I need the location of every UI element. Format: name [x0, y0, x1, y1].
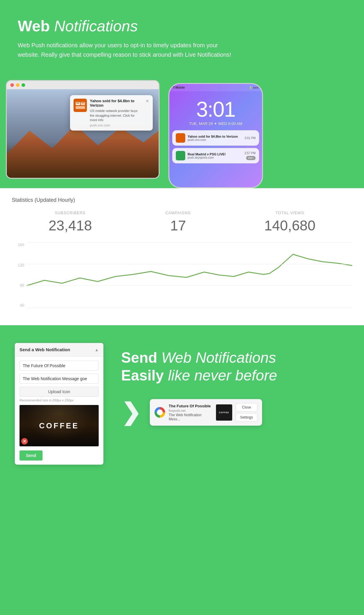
stat-total-views-value: 140,680: [264, 217, 316, 234]
cta-heading-like-never: like never before: [168, 367, 277, 384]
cta-heading-web-notifications: Web Notifications: [161, 349, 276, 366]
stat-campaigns-label: CAMPAIGNS: [165, 211, 191, 215]
mac-notif-content: Yahoo sold for $4.8bn to Verizon US mobi…: [90, 99, 143, 127]
phone-notif-time-1: 3:01 PM: [245, 136, 256, 140]
phone-notif-icon-2: [176, 151, 185, 160]
chrome-icon: [155, 407, 165, 418]
phone-notif-title-2: Real Madrid v PSG LIVE!: [188, 152, 242, 156]
stats-title: Statistics (Updated Hourly): [12, 197, 352, 203]
upload-icon-button[interactable]: Upload Icon: [20, 387, 99, 397]
phone-screen: T-Mobile 🔋 64% 3:01 TUE, MAR 29 ✦ WED 8:…: [169, 84, 262, 187]
chart-container: 160 120 80 40: [12, 243, 352, 316]
image-preview: COFFEE ✕: [20, 405, 99, 446]
notif-preview-thumbnail: COFFEE: [216, 404, 232, 421]
hero-description: Web Push notifications allow your users …: [18, 40, 239, 59]
notif-preview-domain: foxpush.net: [169, 409, 212, 412]
notif-preview-actions: Close Settings: [236, 403, 257, 422]
chart-label-80: 80: [12, 283, 27, 287]
svg-rect-2: [76, 102, 79, 103]
stat-campaigns-value: 17: [165, 217, 191, 234]
notif-message-input[interactable]: [20, 374, 99, 384]
chart-svg: [27, 243, 352, 308]
mac-titlebar: [7, 81, 159, 89]
phone-clock: 3:01: [169, 99, 262, 120]
stat-subscribers-value: 23,418: [48, 217, 92, 234]
notification-preview-card: The Future Of Possible foxpush.net The W…: [150, 399, 262, 426]
mac-screen: Yahoo sold for $4.8bn to Verizon US mobi…: [7, 89, 159, 178]
phone-notif-text-2: Real Madrid v PSG LIVE! push.skysports.c…: [188, 152, 242, 159]
phone-date: TUE, MAR 29 ✦ WED 8:00 AM: [169, 121, 262, 126]
svg-rect-5: [81, 102, 84, 103]
svg-rect-3: [76, 103, 79, 104]
cta-heading-easily: Easily: [121, 367, 164, 384]
notif-form-title: Send a Web Notification: [20, 347, 70, 352]
stat-subscribers-label: SUBSCRIBERS: [48, 211, 92, 215]
mac-mockup: Yahoo sold for $4.8bn to Verizon US mobi…: [6, 80, 160, 179]
stats-section: Statistics (Updated Hourly) SUBSCRIBERS …: [0, 188, 364, 325]
cta-heading-send: Send: [121, 349, 157, 366]
chart-gridline-40: [27, 308, 352, 308]
hero-title: Web Notifications: [18, 18, 346, 35]
mac-notif-close[interactable]: ✕: [146, 99, 149, 103]
phone-mockup: T-Mobile 🔋 64% 3:01 TUE, MAR 29 ✦ WED 8:…: [168, 83, 263, 188]
notif-form-header: Send a Web Notification ▲: [15, 343, 103, 357]
arrow-row: ❯ The Future Of Possible foxpush.net The…: [121, 399, 349, 426]
mac-notif-url: push.cnn.com: [90, 123, 143, 127]
phone-notif-icon-1: [176, 133, 185, 143]
chart-label-40: 40: [12, 303, 27, 308]
phone-status-icons: 🔋 64%: [249, 86, 259, 89]
phone-notif-badge-2: 999+: [246, 156, 256, 160]
notification-form-card: Send a Web Notification ▲ Upload Icon Re…: [15, 343, 103, 465]
chevron-up-icon: ▲: [95, 347, 99, 352]
stat-subscribers: SUBSCRIBERS 23,418: [48, 211, 92, 234]
hero-title-italic: Notifications: [54, 17, 138, 35]
chart-gridline-80: [27, 285, 352, 286]
chart-area: [27, 243, 352, 308]
chart-gridline-120: [27, 264, 352, 264]
notif-preview-body: The Web Notification Mess...: [169, 413, 212, 421]
phone-notif-time-2: 2:57 PM: [245, 152, 256, 155]
chart-yaxis: 160 120 80 40: [12, 243, 27, 308]
stats-numbers: SUBSCRIBERS 23,418 CAMPAIGNS 17 TOTAL VI…: [12, 211, 352, 234]
phone-notif-2: Real Madrid v PSG LIVE! push.skysports.c…: [172, 148, 259, 163]
phone-notif-title-1: Yahoo sold for $4.8bn to Verizon: [188, 135, 242, 138]
bottom-section: Send a Web Notification ▲ Upload Icon Re…: [0, 325, 364, 482]
notif-preview-thumb-text: COFFEE: [219, 411, 229, 414]
chart-label-120: 120: [12, 263, 27, 267]
mac-notif-body: US mobile network provider buys the stru…: [90, 109, 143, 122]
phone-notifications: Yahoo sold for $4.8bn to Verizon push.cn…: [172, 130, 259, 163]
phone-notif-url-1: push.cnn.com: [188, 138, 242, 141]
coffee-text: COFFEE: [39, 421, 79, 430]
arrow-icon: ❯: [121, 401, 141, 424]
cta-area: Send Web Notifications Easily like never…: [121, 343, 349, 426]
phone-notif-url-2: push.skysports.com: [188, 156, 242, 159]
stat-campaigns: CAMPAIGNS 17: [165, 211, 191, 234]
hero-section: Web Notifications Web Push notifications…: [0, 0, 364, 80]
devices-row: Yahoo sold for $4.8bn to Verizon US mobi…: [0, 80, 364, 188]
hero-title-bold: Web: [18, 17, 50, 35]
stat-total-views: TOTAL VIEWS 140,680: [264, 211, 316, 234]
notif-form-body: Upload Icon Recommended size is 250px x …: [15, 357, 103, 465]
close-settings-close-btn[interactable]: Close: [236, 403, 257, 411]
mac-notif-title: Yahoo sold for $4.8bn to Verizon: [90, 99, 143, 108]
coffee-image: COFFEE: [20, 405, 99, 446]
mac-notif-icon: [74, 99, 87, 112]
svg-rect-0: [74, 100, 86, 111]
notif-title-input[interactable]: [20, 361, 99, 371]
notif-preview-title: The Future Of Possible: [169, 404, 212, 408]
mac-dot-green: [22, 83, 25, 87]
phone-notif-text-1: Yahoo sold for $4.8bn to Verizon push.cn…: [188, 135, 242, 141]
chart-gridline-160: [27, 243, 352, 243]
chart-label-160: 160: [12, 243, 27, 247]
close-settings-settings-btn[interactable]: Settings: [236, 413, 257, 422]
svg-rect-6: [76, 106, 85, 109]
send-notification-button[interactable]: Send: [20, 450, 43, 461]
notif-preview-text: The Future Of Possible foxpush.net The W…: [169, 404, 212, 421]
stat-total-views-label: TOTAL VIEWS: [264, 211, 316, 215]
mac-dot-yellow: [16, 83, 20, 87]
cta-heading: Send Web Notifications Easily like never…: [121, 349, 349, 384]
svg-rect-4: [81, 102, 85, 105]
phone-statusbar: T-Mobile 🔋 64%: [169, 84, 262, 91]
mac-notification: Yahoo sold for $4.8bn to Verizon US mobi…: [70, 95, 153, 131]
size-hint: Recommended size is 250px x 250px: [20, 398, 99, 402]
